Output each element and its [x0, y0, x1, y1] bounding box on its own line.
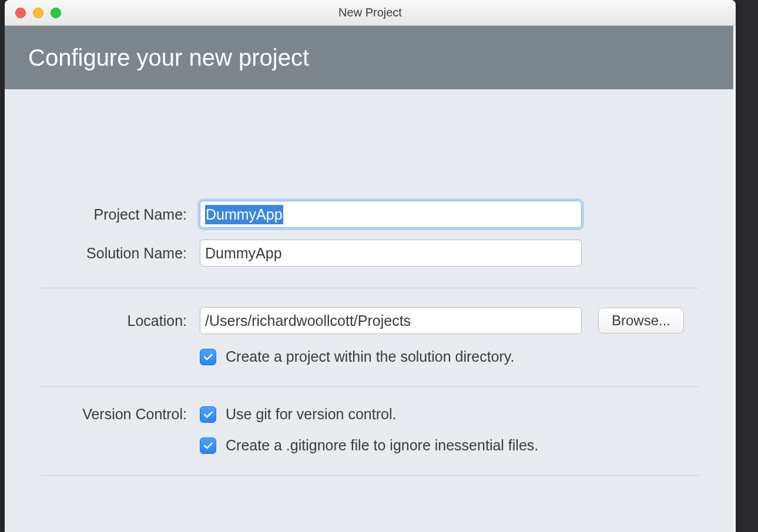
version-control-row: Version Control: Use git for version con… [41, 406, 699, 423]
right-gutter [733, 26, 736, 532]
titlebar: New Project [5, 0, 736, 26]
divider [41, 386, 699, 387]
location-row: Location: Browse... [41, 307, 699, 334]
window-title: New Project [338, 6, 402, 19]
gitignore-row: Create a .gitignore file to ignore iness… [41, 437, 699, 454]
project-name-label: Project Name: [41, 206, 200, 223]
check-icon [202, 440, 214, 452]
divider [41, 288, 699, 288]
browse-button[interactable]: Browse... [598, 308, 684, 334]
close-window-button[interactable] [15, 8, 26, 18]
dialog-header-title: Configure your new project [28, 45, 309, 71]
project-name-value: DummyApp [205, 205, 283, 224]
form-area: Project Name: DummyApp Solution Name: Lo… [5, 201, 736, 476]
location-input[interactable] [200, 307, 582, 334]
use-git-label: Use git for version control. [226, 406, 396, 423]
create-in-solution-dir-row: Create a project within the solution dir… [41, 348, 699, 365]
solution-name-row: Solution Name: [41, 240, 699, 267]
create-in-solution-dir-checkbox[interactable] [200, 349, 216, 365]
project-name-row: Project Name: DummyApp [41, 201, 699, 228]
gitignore-checkbox[interactable] [200, 437, 216, 454]
use-git-checkbox[interactable] [200, 406, 216, 423]
location-label: Location: [41, 312, 200, 329]
minimize-window-button[interactable] [33, 8, 43, 18]
check-icon [202, 351, 214, 363]
traffic-lights [5, 8, 61, 18]
create-in-solution-dir-label: Create a project within the solution dir… [226, 348, 514, 365]
maximize-window-button[interactable] [51, 8, 61, 18]
project-name-input[interactable]: DummyApp [200, 201, 582, 228]
solution-name-input[interactable] [200, 240, 582, 267]
new-project-dialog: New Project Configure your new project P… [5, 0, 736, 532]
solution-name-label: Solution Name: [41, 245, 200, 262]
divider [41, 475, 699, 476]
version-control-label: Version Control: [41, 406, 200, 423]
dialog-header: Configure your new project [5, 26, 736, 89]
gitignore-label: Create a .gitignore file to ignore iness… [226, 437, 538, 454]
check-icon [202, 409, 214, 420]
